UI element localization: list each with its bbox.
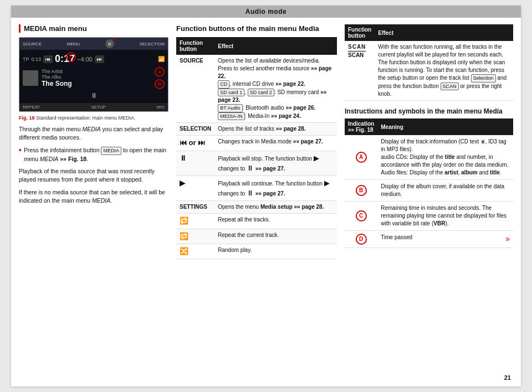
th-function-button: Functionbutton	[176, 37, 214, 55]
screen-top-bar: SOURCE MENU CC SELECTION	[19, 38, 168, 50]
bullet-item: • Press the infotainment button MEDIA to…	[19, 146, 168, 163]
indication-row-b: B Display of the album cover, if availab…	[345, 180, 513, 202]
table-row: 🔀 Random play.	[176, 244, 337, 259]
d-badge-area: D	[66, 52, 76, 62]
effect-source: Opens the list of available devices/medi…	[214, 55, 337, 123]
repeat-all-icon: 🔁	[180, 216, 188, 226]
a-circle: A	[155, 67, 165, 77]
btn-skip: ⏮ or ⏭	[176, 136, 214, 151]
album-art	[23, 70, 38, 86]
artist-text: The Artist	[42, 69, 72, 74]
table-row: SOURCE Opens the list of available devic…	[176, 55, 337, 123]
th-effect: Effect	[214, 37, 337, 55]
table-row: 🔂 Repeat the current track.	[176, 229, 337, 244]
album-info-row: The Artist The Albu The Song A B	[23, 67, 165, 89]
tp-label: TP	[23, 56, 29, 62]
play-icon-inline: ▶	[314, 153, 319, 163]
btn-pause: ⏸	[176, 151, 214, 176]
repeat-label: REPEAT	[23, 105, 40, 110]
indication-c-label: C	[345, 202, 377, 231]
btn-selection: SELECTION	[176, 123, 214, 136]
effect-pause: Playback will stop. The function button …	[214, 151, 337, 176]
meaning-c: Remaining time in minutes and seconds. T…	[377, 202, 513, 231]
bullet-text: Press the infotainment button MEDIA to o…	[24, 146, 168, 163]
repeat-one-icon: 🔂	[180, 231, 188, 241]
album-text: The Albu	[42, 74, 72, 80]
table-row: 🔁 Repeat all the tracks.	[176, 214, 337, 229]
effect-random: Random play.	[214, 244, 337, 259]
effect-play: Playback will continue. The function but…	[214, 176, 337, 200]
signal-icon: 📶	[158, 56, 165, 62]
time-remaining: −4:00	[77, 56, 93, 63]
th-func-btn-right: Functionbutton	[345, 24, 375, 41]
play-icon: ▶	[180, 178, 185, 188]
scan-inline-btn: SCAN	[441, 82, 459, 91]
table-row: SETTINGS Opens the menu Media setup »» p…	[176, 201, 337, 214]
indication-row-a: A Display of the track information (CD t…	[345, 135, 513, 180]
track-info: The Artist The Albu The Song	[42, 69, 72, 87]
a-red-circle: A	[356, 152, 367, 163]
cd-btn: CD	[218, 80, 229, 89]
effect-settings: Opens the menu Media setup »» page 28.	[214, 201, 337, 214]
th-indication: Indication»» Fig. 18	[345, 118, 377, 135]
effect-skip: Changes track in Media mode »» page 27.	[214, 136, 337, 151]
mix-label: MIX	[157, 105, 165, 110]
indication-b-label: B	[345, 180, 377, 202]
d-circle: D	[66, 52, 76, 62]
btn-play: ▶	[176, 176, 214, 200]
scan-row: SCAN SCAN With the scan function running…	[345, 41, 513, 101]
body-para-2: Playback of the media source that was mo…	[19, 167, 168, 184]
meaning-d: Time passed »	[377, 231, 513, 248]
sdcard1-btn: SD card 1	[218, 89, 244, 97]
media-inline-btn: MEDIA	[101, 147, 121, 155]
effect-scan: With the scan function running, all the …	[375, 41, 513, 101]
right-column: Functionbutton Effect SCAN SCAN With the…	[345, 24, 513, 259]
btn-random: 🔀	[176, 244, 214, 259]
b-circle: B	[155, 79, 165, 89]
table-row: SELECTION Opens the list of tracks »» pa…	[176, 123, 337, 136]
c-red-circle: C	[356, 210, 367, 221]
scan-underline-label: SCAN	[348, 43, 366, 51]
btn-scan: SCAN SCAN	[345, 41, 375, 101]
indication-a-label: A	[345, 135, 377, 180]
middle-column: Function buttons of the main menu Media …	[176, 24, 337, 259]
bullet-dot: •	[19, 146, 22, 163]
table-row: ⏮ or ⏭ Changes track in Media mode »» pa…	[176, 136, 337, 151]
function-table-title: Function buttons of the main menu Media	[176, 24, 337, 33]
pause-icon: ⏸	[180, 153, 187, 163]
menu-label: MENU	[67, 42, 80, 47]
indication-row-c: C Remaining time in minutes and seconds.…	[345, 202, 513, 231]
c-circle-label: C	[112, 37, 116, 41]
continue-arrow: »	[505, 234, 510, 245]
pause-icon-inline: ⏸	[247, 163, 254, 173]
effect-repeat-all: Repeat all the tracks.	[214, 214, 337, 229]
btn-repeat-all: 🔁	[176, 214, 214, 229]
play-icon-inline2: ▶	[324, 178, 330, 188]
header-title: Audio mode	[245, 8, 287, 16]
scan-label2: SCAN	[348, 51, 364, 59]
next-btn: ⏭	[95, 55, 104, 63]
header-bar: Audio mode	[11, 6, 521, 18]
btn-settings: SETTINGS	[176, 201, 214, 214]
meaning-b: Display of the album cover, if available…	[377, 180, 513, 202]
btaudio-btn: BT Audio	[218, 104, 242, 112]
d-red-circle: D	[356, 234, 367, 245]
media-screen: SOURCE MENU CC SELECTION TP 0:13 ⏮ 0:17 …	[19, 37, 168, 112]
table-row: ⏸ Playback will stop. The function butto…	[176, 151, 337, 176]
track-title: The Song	[42, 80, 72, 87]
page-number: 21	[504, 374, 511, 381]
skip-icon: ⏮ or ⏭	[180, 138, 205, 148]
pause-icon-inline2: ⏸	[247, 188, 254, 198]
btn-repeat-one: 🔂	[176, 229, 214, 244]
function-table: Functionbutton Effect SOURCE Opens the l…	[176, 37, 337, 259]
body-para-3: If there is no media source that can be …	[19, 188, 168, 205]
screen-time-row: TP 0:13 ⏮ 0:17 −4:00 ⏭ 📶	[23, 53, 165, 65]
mediain-btn: MEDIA-IN	[218, 112, 245, 121]
scan-table: Functionbutton Effect SCAN SCAN With the…	[345, 24, 513, 101]
selection-label: SELECTION	[140, 42, 165, 47]
cd-text-icon: 🖥	[480, 139, 485, 145]
indication-row-d: D Time passed »	[345, 231, 513, 248]
prev-btn: ⏮	[43, 55, 53, 63]
selection-inline-btn: Selection	[471, 74, 496, 82]
pause-icon: ⏸	[23, 91, 165, 100]
